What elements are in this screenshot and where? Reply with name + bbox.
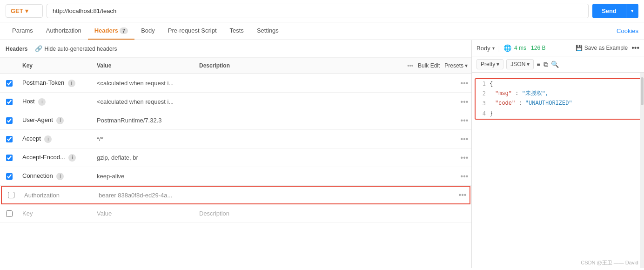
send-arrow-button[interactable]: ▾ bbox=[626, 4, 638, 18]
row-dots-2[interactable]: ••• bbox=[457, 98, 471, 106]
response-size: 126 B bbox=[531, 45, 545, 51]
table-header: Key Value Description ••• Bulk Edit Pres… bbox=[0, 58, 471, 74]
response-actions: 💾 Save as Example ••• bbox=[576, 44, 639, 52]
tab-settings[interactable]: Settings bbox=[250, 22, 285, 40]
checkbox-col bbox=[0, 136, 19, 142]
row-key-6: Connection i bbox=[19, 170, 93, 182]
info-icon-4[interactable]: i bbox=[44, 135, 52, 143]
row-checkbox-3[interactable] bbox=[6, 117, 13, 124]
body-tab[interactable]: Body ▾ bbox=[476, 45, 495, 52]
new-row-desc[interactable]: Description bbox=[195, 208, 457, 219]
info-icon-6[interactable]: i bbox=[56, 173, 64, 180]
row-value-2: <calculated when request i... bbox=[93, 96, 195, 107]
row-desc-3 bbox=[195, 119, 457, 122]
json-open-brace: { bbox=[490, 80, 493, 88]
code-line-1: 1 { bbox=[476, 79, 640, 89]
info-icon-3[interactable]: i bbox=[56, 117, 64, 124]
row-desc-5 bbox=[195, 156, 457, 160]
row-dots-1[interactable]: ••• bbox=[457, 79, 471, 88]
method-select[interactable]: GET ▾ bbox=[6, 4, 43, 18]
row-key-4: Accept i bbox=[19, 133, 93, 145]
format-icon[interactable]: ≡ bbox=[537, 61, 540, 68]
globe-icon[interactable]: 🌐 bbox=[503, 44, 511, 52]
json-select[interactable]: JSON ▾ bbox=[506, 59, 534, 69]
method-label: GET bbox=[11, 7, 23, 14]
row-checkbox-7[interactable] bbox=[8, 192, 14, 198]
row-checkbox-4[interactable] bbox=[6, 136, 13, 142]
body-chevron: ▾ bbox=[492, 46, 495, 51]
table-row: User-Agent i PostmanRuntime/7.32.3 ••• bbox=[0, 111, 471, 130]
col-key-header: Key bbox=[19, 61, 93, 71]
info-icon-2[interactable]: i bbox=[38, 98, 46, 106]
tab-params[interactable]: Params bbox=[6, 22, 40, 40]
checkbox-col bbox=[0, 155, 19, 161]
tab-tests[interactable]: Tests bbox=[223, 22, 250, 40]
row-key-1: Postman-Token i bbox=[19, 77, 93, 89]
info-icon-5[interactable]: i bbox=[68, 154, 76, 162]
checkbox-col bbox=[2, 192, 20, 198]
row-dots-3[interactable]: ••• bbox=[457, 116, 471, 125]
row-desc-1 bbox=[195, 81, 457, 85]
bulk-edit-button[interactable]: Bulk Edit bbox=[418, 62, 440, 69]
row-dots-4[interactable]: ••• bbox=[457, 135, 471, 143]
json-key-msg: "msg" bbox=[495, 90, 512, 97]
row-checkbox-2[interactable] bbox=[6, 99, 13, 105]
json-label: JSON bbox=[510, 61, 525, 68]
row-desc-7 bbox=[197, 193, 456, 197]
line-num-2: 2 bbox=[476, 89, 490, 98]
row-value-6: keep-alive bbox=[93, 171, 195, 182]
attribution: CSDN @王卫 —— David bbox=[581, 259, 638, 266]
row-dots-5[interactable]: ••• bbox=[457, 154, 471, 162]
row-desc-2 bbox=[195, 100, 457, 104]
line-num-1: 1 bbox=[476, 80, 490, 88]
code-line-3: 3 "code" : "UNAUTHORIZED" bbox=[476, 99, 640, 108]
code-line-2: 2 "msg" : "未授权", bbox=[476, 89, 640, 99]
json-val-code: "UNAUTHORIZED" bbox=[525, 100, 572, 107]
copy-icon[interactable]: ⧉ bbox=[543, 61, 548, 68]
tab-body[interactable]: Body bbox=[134, 22, 161, 40]
headers-toolbar: Headers 🔗 Hide auto-generated headers bbox=[0, 40, 471, 58]
hide-auto-headers-button[interactable]: 🔗 Hide auto-generated headers bbox=[31, 44, 121, 54]
response-time: 4 ms bbox=[514, 45, 526, 51]
row-key-5: Accept-Encod... i bbox=[19, 152, 93, 163]
top-bar: GET ▾ Send ▾ bbox=[0, 0, 644, 22]
row-dots-6[interactable]: ••• bbox=[457, 172, 471, 181]
more-options-button[interactable]: ••• bbox=[631, 44, 639, 52]
row-checkbox-6[interactable] bbox=[6, 173, 13, 180]
col-checkbox-header bbox=[0, 64, 19, 68]
new-header-row: Key Value Description bbox=[0, 204, 471, 223]
row-checkbox-5[interactable] bbox=[6, 155, 13, 161]
right-panel: Body ▾ | 🌐 4 ms 126 B 💾 Save as Example … bbox=[472, 40, 644, 268]
row-value-1: <calculated when request i... bbox=[93, 78, 195, 88]
row-dots-7[interactable]: ••• bbox=[456, 191, 470, 199]
pretty-label: Pretty bbox=[481, 61, 495, 68]
row-desc-4 bbox=[195, 137, 457, 141]
presets-button[interactable]: Presets ▾ bbox=[444, 62, 468, 69]
send-button[interactable]: Send bbox=[592, 4, 626, 18]
code-line-4: 4 } bbox=[476, 109, 640, 119]
table-row: Host i <calculated when request i... ••• bbox=[0, 93, 471, 111]
new-row-checkbox[interactable] bbox=[6, 210, 13, 217]
pretty-select[interactable]: Pretty ▾ bbox=[476, 59, 503, 69]
body-label: Body bbox=[476, 45, 490, 52]
col-value-header: Value bbox=[93, 61, 195, 71]
save-as-button[interactable]: 💾 Save as Example bbox=[576, 45, 628, 51]
right-scrollbar[interactable] bbox=[640, 73, 644, 268]
row-checkbox-1[interactable] bbox=[6, 80, 13, 87]
url-input[interactable] bbox=[47, 4, 589, 18]
tab-pre-request[interactable]: Pre-request Script bbox=[161, 22, 223, 40]
row-value-4: */* bbox=[93, 134, 195, 144]
json-val-msg: "未授权", bbox=[522, 90, 549, 97]
search-icon[interactable]: 🔍 bbox=[551, 61, 559, 68]
tab-headers[interactable]: Headers7 bbox=[88, 22, 134, 40]
new-row-value[interactable]: Value bbox=[93, 208, 195, 219]
tab-authorization[interactable]: Authorization bbox=[40, 22, 88, 40]
checkbox-col bbox=[0, 99, 19, 105]
info-icon-1[interactable]: i bbox=[68, 80, 75, 87]
table-row: Accept i */* ••• bbox=[0, 130, 471, 148]
table-row: Accept-Encod... i gzip, deflate, br ••• bbox=[0, 148, 471, 167]
cookies-button[interactable]: Cookies bbox=[617, 23, 638, 39]
new-row-key[interactable]: Key bbox=[19, 208, 93, 219]
row-key-2: Host i bbox=[19, 96, 93, 108]
line-num-4: 4 bbox=[476, 109, 490, 118]
